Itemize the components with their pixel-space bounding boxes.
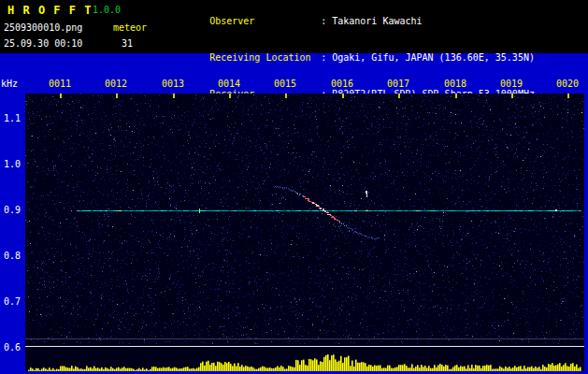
time-label: 0018 <box>441 79 469 89</box>
info-row-observer: Observer: Takanori Kawachi <box>165 3 535 39</box>
info-value: : Ogaki, Gifu, JAPAN (136.60E, 35.35N) <box>321 52 535 63</box>
freq-label: 1.0 <box>0 159 21 169</box>
app-title: H R O F F T <box>7 4 92 17</box>
time-label: 0011 <box>46 79 74 89</box>
observation-datetime: 25.09.30 00:10 <box>4 38 82 49</box>
info-row-location: Receiving Location: Ogaki, Gifu, JAPAN (… <box>165 39 535 76</box>
info-value: : Takanori Kawachi <box>321 16 422 26</box>
time-label: 0015 <box>271 79 299 89</box>
time-label: 0014 <box>215 79 243 89</box>
freq-label: 1.1 <box>0 113 21 123</box>
mode-label: meteor <box>113 22 147 33</box>
header: H R O F F T 1.0.0 2509300010.png meteor … <box>0 0 588 53</box>
hrofft-window: H R O F F T 1.0.0 2509300010.png meteor … <box>0 0 588 374</box>
time-label: 0017 <box>384 79 412 89</box>
freq-label: 0.6 <box>0 342 21 352</box>
echo-count: 31 <box>122 38 133 49</box>
time-label: 0020 <box>553 79 581 89</box>
info-label: Receiving Location <box>209 51 321 64</box>
freq-label: 0.9 <box>0 205 21 215</box>
spectrogram-canvas <box>25 94 584 371</box>
time-label: 0013 <box>159 79 187 89</box>
freq-label: 0.7 <box>0 296 21 307</box>
app-version: 1.0.0 <box>93 5 121 15</box>
time-label: 0019 <box>497 79 525 89</box>
time-label: 0012 <box>102 79 130 89</box>
output-filename: 2509300010.png <box>4 22 82 33</box>
time-label: 0016 <box>328 79 356 89</box>
freq-label: 0.8 <box>0 251 21 261</box>
info-label: Observer <box>209 15 321 27</box>
freq-unit-label: kHz <box>1 79 18 89</box>
